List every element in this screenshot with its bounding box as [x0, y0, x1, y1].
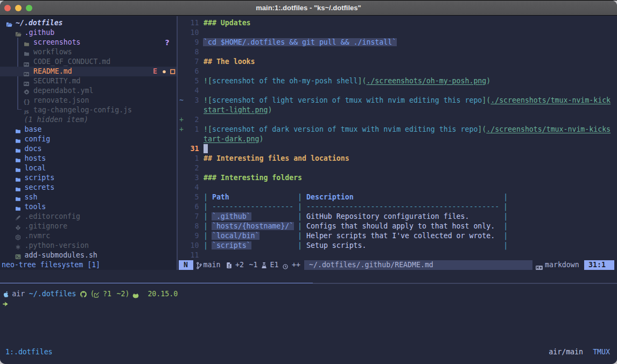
editor-line[interactable]: 5| Path | Description | [178, 192, 617, 202]
tree-item-screenshots[interactable]: screenshots? [0, 38, 177, 47]
node-version: 20.15.0 [148, 289, 178, 299]
diff-added: +2 [235, 260, 244, 270]
tree-item-label: renovate.json [33, 96, 89, 105]
tree-item-label: scripts [25, 173, 55, 183]
tree-item-workflows[interactable]: workflows [0, 47, 177, 57]
tmux-window-label[interactable]: 1:.dotfiles [5, 347, 53, 357]
tree-item-ssh[interactable]: ssh [0, 192, 177, 202]
tree-item-docs[interactable]: docs [0, 144, 177, 154]
editor-buffer[interactable]: 11### Updates109`cd $HOME/.dotfiles && g… [178, 16, 617, 270]
editor-line-text: ## The looks [204, 57, 255, 67]
editor-line[interactable]: 31 [178, 144, 617, 154]
shell-pane[interactable]: air~/.dotfiles(?1~2)20.15.0 [0, 289, 617, 347]
line-number: 2 [178, 115, 199, 125]
editor-line[interactable]: +1![screenshot of dark version of tmux w… [178, 125, 617, 134]
editor-line-text: | `local/bin` | Helper scripts that I've… [204, 231, 508, 241]
svg-text:{}: {} [24, 99, 30, 105]
tree-item-label: hosts [25, 154, 46, 163]
tree-item-label: workflows [33, 47, 72, 57]
diagnostics-flask-icon [262, 262, 267, 272]
tree-item-scripts[interactable]: scripts [0, 173, 177, 183]
editor-line-text: | `hosts/{hostname}/` | Configs that sho… [204, 222, 508, 231]
editor-line[interactable]: +2 [178, 115, 617, 125]
tree-item-readme-md[interactable]: README.mdE [0, 67, 177, 76]
line-number: 7 [178, 57, 199, 67]
line-number: 2 [178, 163, 199, 173]
tree-item-security-md[interactable]: SECURITY.md [0, 76, 177, 86]
tree-item-tools[interactable]: tools [0, 202, 177, 212]
titlebar[interactable]: main:1:.dotfiles - "ks~/.dotfiles" [0, 1, 617, 16]
line-number: 5 [178, 76, 199, 86]
tree-item--gitignore[interactable]: .gitignore [0, 222, 177, 231]
terminal-window: main:1:.dotfiles - "ks~/.dotfiles" ~/.do… [0, 1, 617, 364]
git-untracked-count: ?1 [103, 289, 111, 299]
editor-line[interactable]: 11### Updates [178, 18, 617, 28]
tree-item--editorconfig[interactable]: .editorconfig [0, 212, 177, 222]
editor-line-text: ![screenshot of dark version of tmux wit… [204, 125, 611, 134]
editor-line-text: ### Updates [204, 18, 251, 28]
tree-item-config[interactable]: config [0, 134, 177, 144]
tree-item-hosts[interactable]: hosts [0, 154, 177, 163]
mode-indicator: N [179, 260, 193, 270]
editor-line[interactable]: 2 [178, 163, 617, 173]
tree-item-dependabot-yml[interactable]: dependabot.yml [0, 86, 177, 96]
editor-line[interactable]: 6| ------------------- | ---------------… [178, 202, 617, 212]
line-number: 7 [178, 212, 199, 222]
terminal-content: ~/.dotfiles.githubscreenshots?workflowsC… [0, 16, 617, 364]
tree-item-local[interactable]: local [0, 163, 177, 173]
tree-item-code-of-conduct-md[interactable]: CODE_OF_CONDUCT.md [0, 57, 177, 67]
tree-item-label: .python-version [25, 241, 89, 251]
tree-item-label: tools [25, 202, 46, 212]
editor-line-text: | ------------------- | ----------------… [204, 202, 508, 212]
editor-line[interactable]: 3### Interesting folders [178, 173, 617, 183]
tree-item--dotfiles[interactable]: ~/.dotfiles [0, 18, 177, 28]
line-number: 1 [178, 154, 199, 163]
line-number: 8 [178, 222, 199, 231]
tmux-pane-border-active[interactable] [0, 283, 313, 284]
editor-line[interactable]: 10| `scripts` | Setup scripts. | [178, 241, 617, 251]
tmux-pane-border[interactable] [313, 283, 617, 284]
editor-line[interactable]: 7| `.github` | GitHub Repository configu… [178, 212, 617, 222]
tree-item--python-version[interactable]: .python-version [0, 241, 177, 251]
tree-item-add-submodules-sh[interactable]: add-submodules.sh [0, 251, 177, 260]
pending-clock-icon [283, 262, 288, 272]
tree-item-label: screenshots [33, 38, 81, 47]
editor-line[interactable]: start-light.png) [178, 105, 617, 115]
editor-line[interactable]: tart-dark.png) [178, 134, 617, 144]
tree-item--nvmrc[interactable]: .nvmrc [0, 231, 177, 241]
tree-item-label: SECURITY.md [33, 76, 81, 86]
svg-text:JS: JS [24, 109, 29, 114]
tree-item-label: .nvmrc [25, 231, 51, 241]
tree-item-label: local [25, 163, 46, 173]
git-status-close-paren: ) [125, 289, 129, 299]
prompt-cwd: ~/.dotfiles [29, 289, 76, 299]
tree-item--github[interactable]: .github [0, 28, 177, 38]
git-untracked-mark: ? [165, 38, 170, 47]
edit-pencil-icon [94, 291, 100, 301]
tree-item-secrets[interactable]: secrets [0, 183, 177, 192]
editor-line[interactable]: 11 [178, 251, 617, 260]
tree-item-label: add-submodules.sh [25, 251, 97, 260]
line-number: 6 [178, 202, 199, 212]
editor-line[interactable]: 5![screenshot of the oh-my-posh shell](.… [178, 76, 617, 86]
editor-line[interactable]: 1## Interesting files and locations [178, 154, 617, 163]
editor-line[interactable]: 4 [178, 183, 617, 192]
tree-item-renovate-json[interactable]: {}renovate.json [0, 96, 177, 105]
tree-item--1-hidden-item-[interactable]: (1 hidden item) [0, 115, 177, 125]
tree-item-base[interactable]: base [0, 125, 177, 134]
editor-line[interactable]: 4 [178, 86, 617, 96]
tree-item-label: secrets [25, 183, 55, 192]
editor-line[interactable]: 8 [178, 47, 617, 57]
tmux-status-bar: 1:.dotfiles air/main TMUX [0, 347, 617, 357]
git-modified-count: ~2 [117, 289, 125, 299]
editor-line[interactable]: 10 [178, 28, 617, 38]
tree-item-label: base [25, 125, 42, 134]
editor-line[interactable]: 6 [178, 67, 617, 76]
tree-item-tag-changelog-config-js[interactable]: JStag-changelog-config.js [0, 105, 177, 115]
editor-line[interactable]: ~3![screenshot of light version of tmux … [178, 96, 617, 105]
editor-line[interactable]: 7## The looks [178, 57, 617, 67]
editor-line[interactable]: 9| `local/bin` | Helper scripts that I'v… [178, 231, 617, 241]
github-octocat-icon [80, 291, 87, 301]
editor-line[interactable]: 8| `hosts/{hostname}/` | Configs that sh… [178, 222, 617, 231]
editor-line[interactable]: 9`cd $HOME/.dotfiles && git pull && ./in… [178, 38, 617, 47]
